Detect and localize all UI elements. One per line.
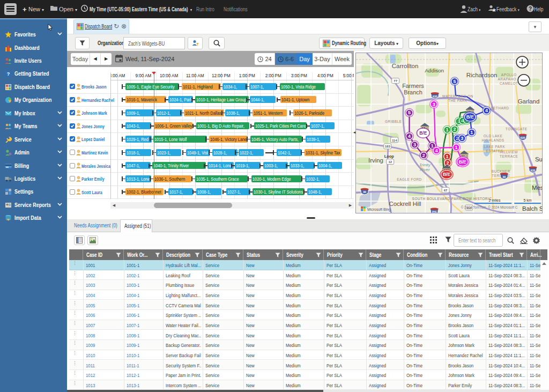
svg-text:Loop: Loop — [384, 154, 395, 159]
svg-text:Cockrell Hill: Cockrell Hill — [389, 201, 421, 207]
svg-text:5: 5 — [408, 110, 411, 115]
svg-text:12: 12 — [388, 160, 392, 164]
svg-text:30: 30 — [502, 175, 506, 179]
svg-text:635: 635 — [530, 169, 535, 172]
svg-text:Balch Sp: Balch Sp — [522, 205, 543, 212]
svg-text:LAKE PARK: LAKE PARK — [484, 145, 506, 149]
svg-text:Microsoft Bing: Microsoft Bing — [367, 208, 391, 212]
svg-text:B/E: B/E — [466, 114, 474, 120]
svg-text:30: 30 — [363, 190, 366, 194]
svg-text:Irving: Irving — [368, 157, 383, 164]
svg-text:183: 183 — [385, 145, 391, 148]
svg-text:635: 635 — [521, 136, 525, 139]
svg-text:?: ? — [529, 6, 532, 12]
svg-text:77: 77 — [394, 79, 397, 83]
svg-text:Addison: Addison — [425, 68, 444, 73]
svg-text:3: 3 — [461, 136, 463, 141]
svg-text:APOLLO: APOLLO — [501, 73, 517, 77]
svg-text:ARAPAHO &: ARAPAHO & — [498, 77, 520, 81]
svg-text:TOWNGATE: TOWNGATE — [506, 127, 528, 131]
svg-text:1: 1 — [455, 145, 457, 150]
svg-text:4: 4 — [485, 108, 488, 113]
svg-text:EAGLE FORD: EAGLE FORD — [397, 177, 421, 181]
svg-text:2: 2 — [447, 160, 449, 166]
svg-text:Branch: Branch — [404, 89, 422, 95]
svg-text:Carrollton: Carrollton — [392, 63, 418, 69]
svg-text:5 km: 5 km — [523, 198, 531, 202]
svg-text:B/E: B/E — [443, 172, 450, 177]
svg-text:WATERFORD ON: WATERFORD ON — [442, 94, 473, 98]
svg-text:2 miles: 2 miles — [488, 198, 501, 202]
svg-text:2: 2 — [422, 153, 425, 158]
svg-text:HIGHLANDS: HIGHLANDS — [481, 138, 504, 142]
svg-text:TERRACE: TERRACE — [500, 154, 518, 158]
svg-text:OLD LAKE: OLD LAKE — [484, 134, 503, 138]
svg-text:1: 1 — [446, 127, 449, 132]
svg-text:3: 3 — [413, 142, 416, 147]
svg-text:Richardson: Richardson — [466, 72, 498, 78]
svg-text:3: 3 — [433, 102, 435, 107]
svg-text:Mes: Mes — [532, 184, 543, 191]
svg-text:© 2024 TomTom, © 2024 Microsof: © 2024 TomTom, © 2024 Microsoft C — [461, 205, 518, 209]
svg-text:2: 2 — [453, 127, 456, 132]
svg-text:River: River — [420, 167, 430, 172]
svg-text:Garland: Garland — [518, 98, 540, 105]
svg-text:Trinity: Trinity — [419, 162, 431, 167]
svg-text:67: 67 — [444, 189, 448, 192]
svg-text:SOUTH BOULEVARD PARK ROW HIST: SOUTH BOULEVARD PARK ROW HISTORIC — [412, 197, 492, 201]
svg-text:5: 5 — [453, 79, 456, 84]
svg-text:635: 635 — [433, 95, 437, 98]
svg-text:B/E: B/E — [419, 130, 427, 136]
svg-text:4: 4 — [435, 148, 438, 153]
svg-text:HILLVIEW: HILLVIEW — [500, 150, 518, 154]
svg-text:?: ? — [7, 71, 10, 77]
svg-text:BETHARD: BETHARD — [491, 106, 509, 110]
svg-text:CAMELOT: CAMELOT — [500, 82, 518, 85]
svg-text:GRIBBLE: GRIBBLE — [385, 120, 402, 123]
svg-text:Su: Su — [535, 156, 543, 162]
svg-text:Farmers: Farmers — [402, 83, 424, 89]
svg-text:1: 1 — [470, 130, 473, 135]
svg-text:THE PARK: THE PARK — [448, 99, 468, 102]
svg-text:B/E: B/E — [459, 159, 466, 165]
svg-text:114: 114 — [392, 138, 397, 142]
svg-text:4: 4 — [408, 134, 411, 139]
